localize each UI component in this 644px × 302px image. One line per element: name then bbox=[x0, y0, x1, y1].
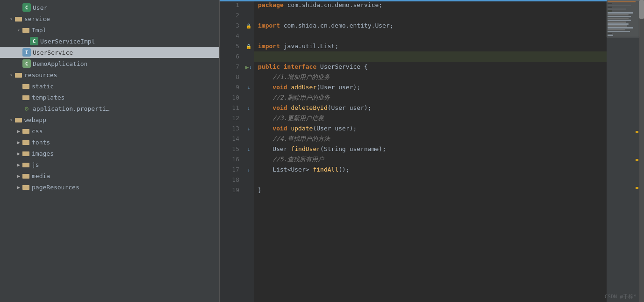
tree-item-application[interactable]: ⚙ application.properti… bbox=[0, 103, 219, 114]
gutter-1 bbox=[243, 0, 254, 10]
tree-label-demoapplication: DemoApplication bbox=[33, 60, 87, 67]
tree-item-user[interactable]: C User bbox=[0, 2, 219, 13]
line-num-7: 7 bbox=[222, 62, 239, 72]
tree-item-pageresources[interactable]: ▶ pageResources bbox=[0, 181, 219, 193]
tree-item-impl[interactable]: ▾ Impl bbox=[0, 24, 219, 36]
svg-rect-11 bbox=[15, 118, 18, 119]
code-line-8: //1.增加用户的业务 bbox=[254, 72, 607, 82]
gutter-7[interactable]: ▶ ↓ bbox=[243, 62, 254, 72]
tree-label-static: static bbox=[32, 83, 54, 90]
line-num-3: 3 bbox=[222, 21, 239, 31]
tree-item-fonts[interactable]: ▶ fonts bbox=[0, 137, 219, 148]
folder-icon-static bbox=[22, 83, 30, 89]
editor-gutter: 🔒 🔒 ▶ ↓ ↓ ↓ ↓ ↓ ↓ bbox=[243, 0, 254, 302]
settings-icon-application: ⚙ bbox=[22, 104, 31, 113]
code-line-16: //5.查找所有用户 bbox=[254, 154, 607, 165]
tree-arrow-fonts: ▶ bbox=[15, 140, 22, 145]
minimap-line-9 bbox=[608, 16, 631, 17]
gutter-14 bbox=[243, 134, 254, 144]
tree-arrow-css: ▶ bbox=[15, 129, 22, 134]
minimap-content bbox=[607, 0, 644, 37]
tree-item-demoapplication[interactable]: C DemoApplication bbox=[0, 58, 219, 69]
interface-icon-userservice: I bbox=[22, 48, 31, 57]
tree-arrow-images: ▶ bbox=[15, 151, 22, 156]
arrow-icon-15: ↓ bbox=[247, 146, 250, 152]
arrow-icon-7: ↓ bbox=[249, 64, 252, 70]
svg-rect-5 bbox=[15, 73, 18, 74]
editor-area: 1 2 3 4 5 6 7 8 9 10 11 12 13 14 15 16 1… bbox=[220, 0, 644, 302]
tree-arrow-webapp: ▾ bbox=[7, 117, 15, 122]
folder-icon-pageresources bbox=[22, 184, 30, 190]
tree-label-css: css bbox=[32, 128, 43, 135]
line-num-16: 16 bbox=[222, 154, 239, 165]
scrollbar-thumb[interactable] bbox=[639, 0, 644, 19]
minimap-line-2 bbox=[608, 3, 612, 4]
code-line-1: package com.shida.cn.demo.service; bbox=[254, 0, 607, 10]
minimap-line-8 bbox=[608, 14, 629, 15]
tree-label-userservice: UserService bbox=[33, 49, 73, 56]
tree-item-webapp[interactable]: ▾ webapp bbox=[0, 114, 219, 125]
gutter-6 bbox=[243, 51, 254, 62]
gutter-8 bbox=[243, 72, 254, 82]
tree-label-fonts: fonts bbox=[32, 139, 50, 146]
gutter-10 bbox=[243, 93, 254, 103]
code-content[interactable]: package com.shida.cn.demo.service; impor… bbox=[254, 0, 607, 302]
tree-item-templates[interactable]: templates bbox=[0, 92, 219, 103]
tree-label-user: User bbox=[33, 4, 47, 11]
arrow-icon-11: ↓ bbox=[247, 105, 250, 111]
folder-icon-images bbox=[22, 150, 30, 157]
minimap[interactable] bbox=[607, 0, 644, 302]
line-numbers: 1 2 3 4 5 6 7 8 9 10 11 12 13 14 15 16 1… bbox=[220, 0, 243, 302]
run-icon-7[interactable]: ▶ bbox=[245, 64, 249, 71]
gutter-12 bbox=[243, 113, 254, 123]
minimap-line-4 bbox=[608, 7, 612, 8]
gutter-18 bbox=[243, 175, 254, 185]
line-num-17: 17 bbox=[222, 165, 239, 175]
line-num-15: 15 bbox=[222, 144, 239, 154]
minimap-line-11 bbox=[608, 20, 631, 21]
folder-icon-impl bbox=[22, 27, 30, 33]
line-num-11: 11 bbox=[222, 103, 239, 113]
tree-label-userserviceimpl: UserServiceImpl bbox=[40, 38, 95, 45]
tree-item-images[interactable]: ▶ images bbox=[0, 148, 219, 159]
gutter-15: ↓ bbox=[243, 144, 254, 154]
tree-item-static[interactable]: static bbox=[0, 80, 219, 92]
gutter-16 bbox=[243, 154, 254, 165]
folder-icon-css bbox=[22, 128, 30, 134]
line-num-10: 10 bbox=[222, 93, 239, 103]
gutter-2 bbox=[243, 10, 254, 21]
line-num-9: 9 bbox=[222, 82, 239, 93]
class-icon-demoapplication: C bbox=[22, 59, 31, 68]
tree-item-media[interactable]: ▶ media bbox=[0, 170, 219, 181]
class-icon-user: C bbox=[22, 3, 31, 12]
tree-item-service[interactable]: ▾ service bbox=[0, 13, 219, 24]
line-num-4: 4 bbox=[222, 31, 239, 41]
folder-icon-templates bbox=[22, 94, 30, 101]
code-line-15: User findUser(String username); bbox=[254, 144, 607, 154]
tree-item-userserviceimpl[interactable]: C UserServiceImpl bbox=[0, 36, 219, 47]
gutter-13: ↓ bbox=[243, 123, 254, 134]
gutter-4 bbox=[243, 31, 254, 41]
line-num-8: 8 bbox=[222, 72, 239, 82]
line-num-6: 6 bbox=[222, 51, 239, 62]
code-line-14: //4.查找用户的方法 bbox=[254, 134, 607, 144]
minimap-line-1 bbox=[608, 1, 636, 2]
tree-item-userservice[interactable]: I UserService bbox=[0, 47, 219, 58]
code-line-6 bbox=[254, 51, 607, 62]
tree-label-pageresources: pageResources bbox=[32, 184, 79, 191]
tree-label-application: application.properti… bbox=[33, 105, 109, 112]
code-line-19: } bbox=[254, 185, 607, 195]
code-line-12: //3.更新用户信息 bbox=[254, 113, 607, 123]
scrollbar-track[interactable] bbox=[639, 0, 644, 302]
tree-item-js[interactable]: ▶ js bbox=[0, 159, 219, 170]
tree-label-js: js bbox=[32, 161, 39, 168]
line-num-13: 13 bbox=[222, 123, 239, 134]
svg-rect-7 bbox=[22, 84, 26, 86]
tree-item-css[interactable]: ▶ css bbox=[0, 125, 219, 137]
line-num-5: 5 bbox=[222, 41, 239, 51]
tree-arrow-media: ▶ bbox=[15, 173, 22, 179]
tree-label-resources: resources bbox=[24, 72, 57, 79]
tree-arrow-resources: ▾ bbox=[7, 72, 15, 78]
svg-rect-19 bbox=[22, 163, 26, 164]
tree-item-resources[interactable]: ▾ resources bbox=[0, 69, 219, 80]
